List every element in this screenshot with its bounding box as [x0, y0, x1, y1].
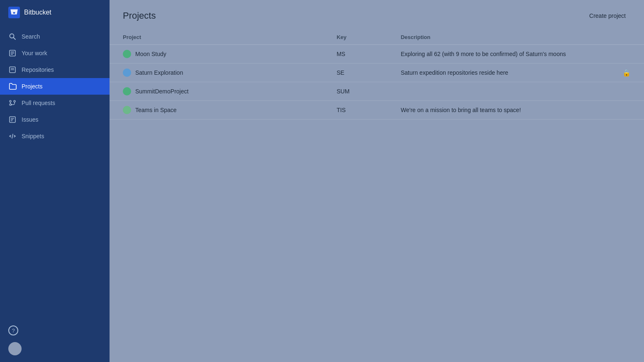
col-header-project: Project	[110, 30, 323, 45]
svg-point-12	[14, 100, 15, 102]
avatar[interactable]	[8, 342, 22, 355]
project-avatar	[123, 50, 131, 58]
project-key: TIS	[323, 101, 388, 120]
sidebar-item-pull-requests-label: Pull requests	[22, 100, 55, 106]
table-row[interactable]: SummitDemoProject SUM	[110, 82, 644, 101]
app-header: Bitbucket	[0, 0, 110, 25]
projects-table: Project Key Description Moon Study MS Ex…	[110, 30, 644, 120]
project-key: MS	[323, 45, 388, 64]
project-description: We're on a mission to bring all teams to…	[388, 101, 644, 120]
app-name: Bitbucket	[24, 9, 51, 16]
project-name-cell: Moon Study	[110, 45, 323, 64]
sidebar-item-issues[interactable]: Issues	[0, 111, 110, 128]
project-avatar	[123, 87, 131, 95]
sidebar-item-repositories-label: Repositories	[22, 66, 54, 73]
project-name-cell: Saturn Exploration	[110, 64, 323, 82]
page-title: Projects	[123, 10, 156, 21]
svg-line-2	[14, 38, 16, 40]
project-description: Exploring all 62 (with 9 more to be conf…	[388, 45, 644, 64]
create-project-button[interactable]: Create project	[584, 10, 631, 22]
sidebar-item-snippets[interactable]: Snippets	[0, 128, 110, 144]
table-row[interactable]: Moon Study MS Exploring all 62 (with 9 m…	[110, 45, 644, 64]
repositories-icon	[8, 66, 17, 74]
sidebar-bottom: ?	[0, 319, 110, 362]
sidebar-item-projects-label: Projects	[22, 83, 43, 90]
sidebar-item-repositories[interactable]: Repositories	[0, 61, 110, 78]
projects-icon	[8, 82, 17, 90]
main-content: Projects Create project Project Key Desc…	[110, 0, 644, 362]
project-name: Moon Study	[135, 51, 166, 57]
sidebar-item-projects[interactable]: Projects	[0, 78, 110, 95]
sidebar-item-your-work-label: Your work	[22, 50, 47, 56]
table-header: Project Key Description	[110, 30, 644, 45]
main-header: Projects Create project	[110, 0, 644, 30]
project-name: Teams in Space	[135, 107, 177, 113]
table-row[interactable]: Saturn Exploration SE Saturn expedition …	[110, 64, 644, 82]
bitbucket-logo-icon	[8, 7, 20, 18]
project-name: SummitDemoProject	[135, 88, 188, 95]
col-header-key: Key	[323, 30, 388, 45]
table-row[interactable]: Teams in Space TIS We're on a mission to…	[110, 101, 644, 120]
project-key: SE	[323, 64, 388, 82]
lock-icon: 🔒	[622, 69, 631, 77]
project-description	[388, 82, 644, 101]
sidebar: Bitbucket Search Your wor	[0, 0, 110, 362]
project-name-cell: Teams in Space	[110, 101, 323, 120]
project-avatar	[123, 68, 131, 77]
project-description: Saturn expedition repositories reside he…	[388, 64, 644, 82]
sidebar-item-snippets-label: Snippets	[22, 133, 44, 139]
help-button[interactable]: ?	[8, 325, 18, 335]
sidebar-item-issues-label: Issues	[22, 116, 38, 123]
col-header-description: Description	[388, 30, 644, 45]
pull-requests-icon	[8, 99, 17, 107]
project-name-cell: SummitDemoProject	[110, 82, 323, 101]
svg-point-10	[10, 100, 11, 102]
your-work-icon	[8, 49, 17, 57]
search-icon	[8, 32, 17, 41]
svg-line-18	[12, 134, 13, 138]
project-name: Saturn Exploration	[135, 69, 183, 76]
sidebar-item-pull-requests[interactable]: Pull requests	[0, 95, 110, 111]
project-key: SUM	[323, 82, 388, 101]
sidebar-nav: Search Your work	[0, 25, 110, 148]
snippets-icon	[8, 132, 17, 140]
project-avatar	[123, 106, 131, 114]
sidebar-item-search[interactable]: Search	[0, 28, 110, 45]
sidebar-item-search-label: Search	[22, 33, 40, 40]
sidebar-item-your-work[interactable]: Your work	[0, 45, 110, 61]
issues-icon	[8, 115, 17, 124]
